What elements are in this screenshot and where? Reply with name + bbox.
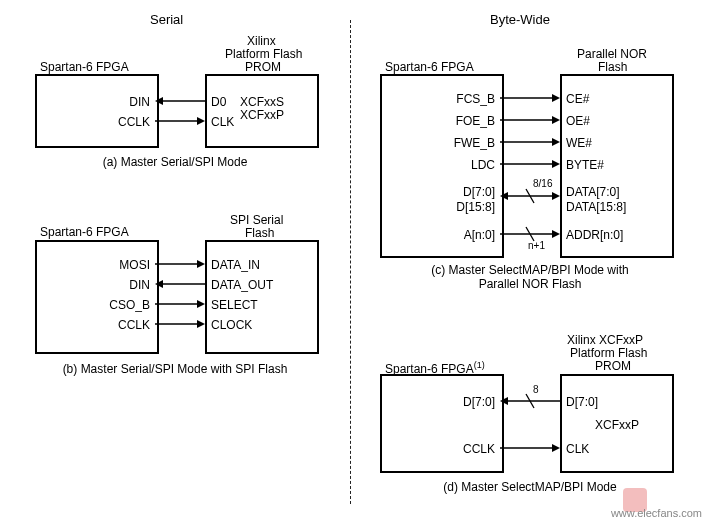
a-flash-title1: Xilinx — [247, 34, 276, 48]
svg-marker-3 — [197, 117, 205, 125]
b-fpin-clock: CLOCK — [211, 318, 252, 332]
b-caption: (b) Master Serial/SPI Mode with SPI Flas… — [50, 362, 300, 376]
svg-marker-31 — [552, 444, 560, 452]
b-arrow-din — [155, 283, 205, 285]
a-arrow-cclk — [155, 120, 205, 122]
svg-marker-19 — [552, 160, 560, 168]
d-bus: 8 — [533, 384, 539, 395]
b-fpga-title: Spartan-6 FPGA — [40, 225, 129, 239]
c-fpin-we: WE# — [566, 136, 592, 150]
svg-marker-13 — [552, 94, 560, 102]
b-fpin-select: SELECT — [211, 298, 258, 312]
b-arrow-csob — [155, 303, 205, 305]
c-pin-d158: D[15:8] — [430, 200, 495, 214]
d-flash-title3: PROM — [595, 359, 631, 373]
c-arrow-data — [500, 195, 560, 205]
b-flash-title1: SPI Serial — [230, 213, 283, 227]
c-fpin-addrn0: ADDR[n:0] — [566, 228, 623, 242]
a-arrow-din — [155, 100, 205, 102]
d-fpga-box — [380, 374, 504, 473]
svg-marker-22 — [552, 192, 560, 200]
a-pin-din: DIN — [85, 95, 150, 109]
d-fpga-note: (1) — [474, 360, 485, 370]
c-bus1: 8/16 — [533, 178, 552, 189]
svg-marker-17 — [552, 138, 560, 146]
b-pin-cclk: CCLK — [85, 318, 150, 332]
c-pin-ldc: LDC — [430, 158, 495, 172]
svg-marker-5 — [197, 260, 205, 268]
c-pin-fcsb: FCS_B — [430, 92, 495, 106]
c-pin-an0: A[n:0] — [430, 228, 495, 242]
d-pin-cclk: CCLK — [430, 442, 495, 456]
c-arrow-fcsb — [500, 97, 560, 99]
a-pin-cclk: CCLK — [85, 115, 150, 129]
c-flash-title1: Parallel NOR — [577, 47, 647, 61]
a-inner2: XCFxxP — [240, 108, 284, 122]
d-fpin-d70: D[7:0] — [566, 395, 598, 409]
a-flash-title3: PROM — [245, 60, 281, 74]
svg-marker-15 — [552, 116, 560, 124]
c-bus2: n+1 — [528, 240, 545, 251]
d-flash-title1: Xilinx XCFxxP — [567, 333, 643, 347]
b-fpin-dataout: DATA_OUT — [211, 278, 273, 292]
serial-header: Serial — [150, 12, 183, 27]
c-arrow-foeb — [500, 119, 560, 121]
bytewide-header: Byte-Wide — [490, 12, 550, 27]
c-fpin-data70: DATA[7:0] — [566, 185, 620, 199]
svg-marker-11 — [197, 320, 205, 328]
c-fpin-oe: OE# — [566, 114, 590, 128]
b-fpin-datain: DATA_IN — [211, 258, 260, 272]
a-caption: (a) Master Serial/SPI Mode — [65, 155, 285, 169]
d-flash-title2: Platform Flash — [570, 346, 647, 360]
a-fpin-d0: D0 — [211, 95, 226, 109]
c-fpga-title: Spartan-6 FPGA — [385, 60, 474, 74]
a-fpga-title: Spartan-6 FPGA — [40, 60, 129, 74]
divider — [350, 20, 351, 504]
b-arrow-mosi — [155, 263, 205, 265]
b-arrow-cclk — [155, 323, 205, 325]
a-fpin-clk: CLK — [211, 115, 234, 129]
svg-marker-9 — [197, 300, 205, 308]
c-fpin-ce: CE# — [566, 92, 589, 106]
d-arrow-d70 — [500, 400, 560, 410]
a-flash-title2: Platform Flash — [225, 47, 302, 61]
d-inner: XCFxxP — [595, 418, 639, 432]
b-flash-title2: Flash — [245, 226, 274, 240]
a-fpga-box — [35, 74, 159, 148]
b-pin-din: DIN — [85, 278, 150, 292]
svg-marker-25 — [552, 230, 560, 238]
a-inner1: XCFxxS — [240, 95, 284, 109]
c-fpin-byte: BYTE# — [566, 158, 604, 172]
c-pin-fweb: FWE_B — [430, 136, 495, 150]
d-pin-d70: D[7:0] — [430, 395, 495, 409]
b-pin-csob: CSO_B — [85, 298, 150, 312]
d-fpin-clk: CLK — [566, 442, 589, 456]
c-pin-d70: D[7:0] — [430, 185, 495, 199]
watermark-text: www.elecfans.com — [611, 507, 702, 519]
c-flash-title2: Flash — [598, 60, 627, 74]
c-caption: (c) Master SelectMAP/BPI Mode with Paral… — [420, 263, 640, 291]
d-arrow-cclk — [500, 447, 560, 449]
c-fpin-data158: DATA[15:8] — [566, 200, 626, 214]
c-arrow-fweb — [500, 141, 560, 143]
b-pin-mosi: MOSI — [85, 258, 150, 272]
c-arrow-ldc — [500, 163, 560, 165]
c-pin-foeb: FOE_B — [430, 114, 495, 128]
d-caption: (d) Master SelectMAP/BPI Mode — [430, 480, 630, 494]
